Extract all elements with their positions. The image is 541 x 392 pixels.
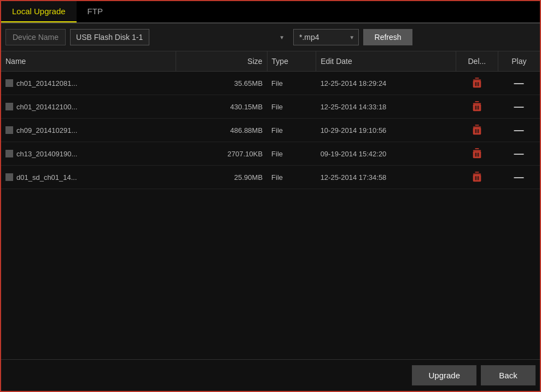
play-dash[interactable]: — [502, 78, 536, 89]
main-container: Local Upgrade FTP Device Name USB Flash … [0, 0, 541, 392]
file-name: ch09_201410291... [16, 126, 77, 134]
file-icon [5, 126, 13, 134]
file-name: ch01_201412100... [16, 103, 77, 111]
refresh-button[interactable]: Refresh [363, 29, 412, 45]
svg-rect-25 [475, 172, 479, 173]
svg-rect-18 [473, 150, 481, 151]
tab-local-upgrade[interactable]: Local Upgrade [1, 1, 77, 22]
file-icon [5, 103, 13, 110]
table-row[interactable]: ch01_201412100...430.15MBFile12-25-2014 … [1, 95, 540, 119]
file-size-cell: 430.15MB [176, 95, 267, 119]
svg-rect-6 [473, 103, 481, 104]
file-name: ch01_201412081... [16, 79, 77, 87]
file-icon [5, 150, 13, 157]
trash-icon [472, 148, 482, 160]
file-name-cell: ch01_201412081... [1, 72, 176, 95]
file-delete-cell[interactable] [456, 95, 498, 119]
file-type-cell: File [267, 95, 316, 119]
back-button[interactable]: Back [481, 365, 536, 385]
device-select[interactable]: USB Flash Disk 1-1 [70, 29, 149, 45]
trash-icon [472, 124, 482, 136]
file-name: d01_sd_ch01_14... [16, 173, 77, 182]
file-size-cell: 2707.10KB [176, 142, 267, 166]
svg-rect-19 [475, 148, 479, 149]
col-header-play: Play [498, 51, 540, 72]
file-play-cell[interactable]: — [498, 142, 540, 166]
file-delete-cell[interactable] [456, 166, 498, 189]
table-row[interactable]: ch09_201410291...486.88MBFile10-29-2014 … [1, 119, 540, 142]
device-select-wrapper: USB Flash Disk 1-1 [70, 29, 289, 45]
file-size-cell: 25.90MB [176, 166, 267, 189]
play-dash[interactable]: — [502, 172, 536, 183]
file-name-cell: ch09_201410291... [1, 119, 176, 142]
toolbar: Device Name USB Flash Disk 1-1 *.mp4 Ref… [1, 24, 540, 51]
col-header-name: Name [1, 51, 176, 72]
file-delete-cell[interactable] [456, 142, 498, 166]
file-date-cell: 12-25-2014 14:33:18 [316, 95, 456, 119]
tab-bar: Local Upgrade FTP [1, 1, 540, 24]
filter-select-wrapper: *.mp4 [293, 29, 359, 45]
file-type-cell: File [267, 72, 316, 95]
file-name: ch13_201409190... [16, 150, 77, 158]
file-type-cell: File [267, 119, 316, 142]
svg-rect-24 [473, 174, 481, 175]
svg-rect-0 [473, 80, 481, 81]
file-play-cell[interactable]: — [498, 119, 540, 142]
file-name-cell: d01_sd_ch01_14... [1, 166, 176, 189]
file-date-cell: 12-25-2014 18:29:24 [316, 72, 456, 95]
col-header-type: Type [267, 51, 316, 72]
delete-button[interactable] [472, 77, 482, 89]
file-icon [5, 79, 13, 87]
file-date-cell: 09-19-2014 15:42:20 [316, 142, 456, 166]
svg-rect-12 [473, 127, 481, 128]
file-name-cell: ch01_201412100... [1, 95, 176, 119]
table-header-row: Name Size Type Edit Date Del... Play [1, 51, 540, 72]
tab-ftp[interactable]: FTP [77, 1, 114, 22]
delete-button[interactable] [472, 101, 482, 113]
file-date-cell: 12-25-2014 17:34:58 [316, 166, 456, 189]
trash-icon [472, 171, 482, 183]
file-play-cell[interactable]: — [498, 72, 540, 95]
file-name-cell: ch13_201409190... [1, 142, 176, 166]
file-play-cell[interactable]: — [498, 166, 540, 189]
table-row[interactable]: d01_sd_ch01_14...25.90MBFile12-25-2014 1… [1, 166, 540, 189]
device-name-label: Device Name [5, 29, 66, 45]
file-size-cell: 486.88MB [176, 119, 267, 142]
svg-rect-7 [475, 101, 479, 102]
table-row[interactable]: ch01_201412081...35.65MBFile12-25-2014 1… [1, 72, 540, 95]
col-header-editdate: Edit Date [316, 51, 456, 72]
bottom-bar: Upgrade Back [1, 359, 540, 391]
table-row[interactable]: ch13_201409190...2707.10KBFile09-19-2014… [1, 142, 540, 166]
file-table: Name Size Type Edit Date Del... Play ch0… [1, 51, 540, 359]
file-delete-cell[interactable] [456, 72, 498, 95]
upgrade-button[interactable]: Upgrade [412, 365, 476, 385]
col-header-size: Size [176, 51, 267, 72]
svg-rect-13 [475, 125, 479, 126]
play-dash[interactable]: — [502, 101, 536, 113]
file-size-cell: 35.65MB [176, 72, 267, 95]
file-type-cell: File [267, 166, 316, 189]
delete-button[interactable] [472, 148, 482, 160]
col-header-del: Del... [456, 51, 498, 72]
svg-rect-1 [475, 78, 479, 79]
filter-select[interactable]: *.mp4 [293, 29, 359, 45]
file-play-cell[interactable]: — [498, 95, 540, 119]
delete-button[interactable] [472, 124, 482, 136]
trash-icon [472, 77, 482, 89]
trash-icon [472, 101, 482, 113]
file-icon [5, 173, 13, 181]
play-dash[interactable]: — [502, 125, 536, 136]
file-delete-cell[interactable] [456, 119, 498, 142]
play-dash[interactable]: — [502, 148, 536, 160]
file-date-cell: 10-29-2014 19:10:56 [316, 119, 456, 142]
delete-button[interactable] [472, 171, 482, 183]
file-type-cell: File [267, 142, 316, 166]
